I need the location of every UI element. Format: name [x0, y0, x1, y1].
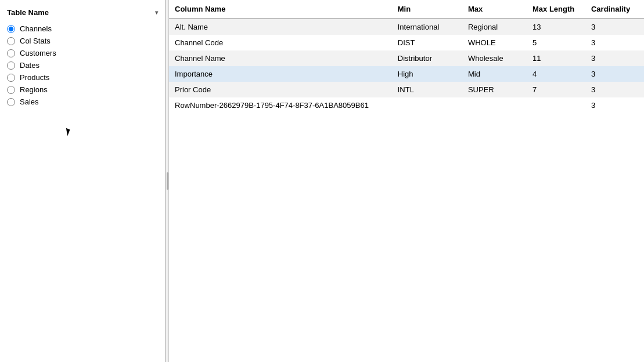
cell-row5-col4: 3	[585, 97, 644, 113]
sidebar-item-products[interactable]: Products	[0, 71, 165, 84]
cell-row0-col0: Alt. Name	[169, 19, 392, 35]
sidebar-label-dates: Dates	[20, 61, 39, 70]
cell-row1-col0: Channel Code	[169, 35, 392, 50]
sidebar-item-channels[interactable]: Channels	[0, 23, 165, 35]
cell-row4-col0: Prior Code	[169, 82, 392, 97]
sidebar-label-col-stats: Col Stats	[20, 37, 51, 45]
header-cardinality[interactable]: Cardinality	[585, 0, 644, 19]
header-max-length[interactable]: Max Length	[527, 0, 585, 19]
cell-row0-col1: International	[392, 19, 462, 35]
sidebar-label-customers: Customers	[20, 49, 56, 57]
table-row[interactable]: Channel CodeDISTWHOLE53	[169, 35, 644, 50]
cell-row5-col2	[462, 97, 527, 113]
sidebar-label-channels: Channels	[20, 24, 52, 33]
sidebar-item-regions[interactable]: Regions	[0, 84, 165, 96]
table-name-label: Table Name	[7, 8, 49, 17]
cell-row1-col2: WHOLE	[462, 35, 527, 50]
cell-row3-col0: Importance	[169, 66, 392, 82]
cell-row4-col3: 7	[527, 82, 585, 97]
sidebar-item-sales[interactable]: Sales	[0, 96, 165, 108]
cell-row5-col0: RowNumber-2662979B-1795-4F74-8F37-6A1BA8…	[169, 97, 392, 113]
cell-row4-col1: INTL	[392, 82, 462, 97]
cell-row3-col2: Mid	[462, 66, 527, 82]
table-row[interactable]: Channel NameDistributorWholesale113	[169, 50, 644, 66]
radio-customers[interactable]	[7, 49, 15, 57]
sidebar-header: Table Name ▾	[0, 5, 165, 23]
table-body: Alt. NameInternationalRegional133Channel…	[169, 19, 644, 113]
data-table: Column NameMinMaxMax LengthCardinality A…	[169, 0, 644, 113]
cell-row3-col3: 4	[527, 66, 585, 82]
splitter-handle	[167, 172, 168, 190]
header-max[interactable]: Max	[462, 0, 527, 19]
sidebar-items-container: ChannelsCol StatsCustomersDatesProductsR…	[0, 23, 165, 108]
table-row[interactable]: RowNumber-2662979B-1795-4F74-8F37-6A1BA8…	[169, 97, 644, 113]
radio-dates[interactable]	[7, 61, 15, 70]
cell-row2-col1: Distributor	[392, 50, 462, 66]
cell-row0-col2: Regional	[462, 19, 527, 35]
cell-row5-col3	[527, 97, 585, 113]
radio-regions[interactable]	[7, 86, 15, 94]
cell-row0-col4: 3	[585, 19, 644, 35]
cell-row2-col3: 11	[527, 50, 585, 66]
cell-row2-col2: Wholesale	[462, 50, 527, 66]
main-content: Column NameMinMaxMax LengthCardinality A…	[169, 0, 644, 362]
cell-row5-col1	[392, 97, 462, 113]
cell-row4-col2: SUPER	[462, 82, 527, 97]
table-row[interactable]: Prior CodeINTLSUPER73	[169, 82, 644, 97]
mouse-cursor	[67, 128, 75, 139]
cell-row1-col4: 3	[585, 35, 644, 50]
sidebar-label-sales: Sales	[20, 97, 39, 106]
cell-row1-col1: DIST	[392, 35, 462, 50]
cell-row2-col0: Channel Name	[169, 50, 392, 66]
radio-products[interactable]	[7, 74, 15, 82]
sidebar-label-regions: Regions	[20, 85, 48, 94]
header-min[interactable]: Min	[392, 0, 462, 19]
chevron-down-icon[interactable]: ▾	[155, 9, 158, 16]
table-row[interactable]: Alt. NameInternationalRegional133	[169, 19, 644, 35]
header-column-name[interactable]: Column Name	[169, 0, 392, 19]
radio-col-stats[interactable]	[7, 37, 15, 45]
sidebar-item-dates[interactable]: Dates	[0, 59, 165, 71]
column-resizer[interactable]	[166, 0, 169, 362]
header-row: Column NameMinMaxMax LengthCardinality	[169, 0, 644, 19]
cell-row3-col4: 3	[585, 66, 644, 82]
sidebar-item-customers[interactable]: Customers	[0, 47, 165, 59]
table-header: Column NameMinMaxMax LengthCardinality	[169, 0, 644, 19]
sidebar-item-col-stats[interactable]: Col Stats	[0, 35, 165, 47]
cell-row0-col3: 13	[527, 19, 585, 35]
radio-sales[interactable]	[7, 98, 15, 106]
cell-row1-col3: 5	[527, 35, 585, 50]
radio-channels[interactable]	[7, 25, 15, 33]
sidebar-label-products: Products	[20, 73, 49, 82]
table-row[interactable]: ImportanceHighMid43	[169, 66, 644, 82]
sidebar: Table Name ▾ ChannelsCol StatsCustomersD…	[0, 0, 166, 362]
cell-row2-col4: 3	[585, 50, 644, 66]
cell-row3-col1: High	[392, 66, 462, 82]
cell-row4-col4: 3	[585, 82, 644, 97]
